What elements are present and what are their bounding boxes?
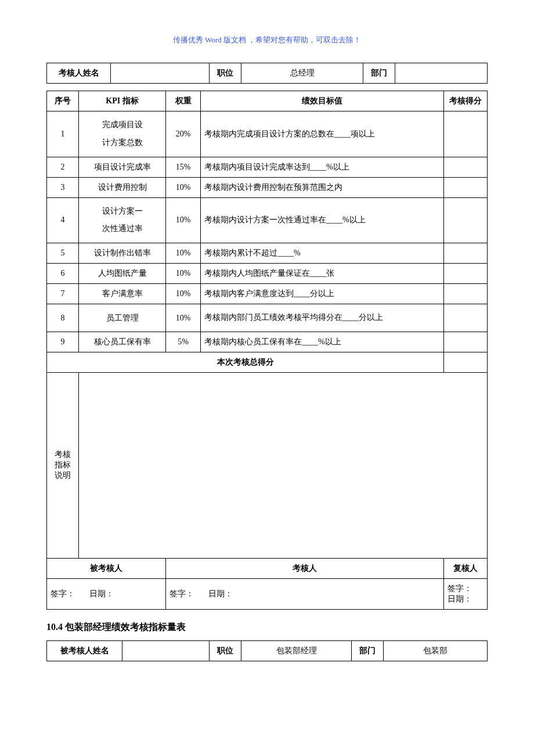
sig-cell-1: 签字： 日期：	[47, 578, 166, 609]
kpi-name: 员工管理	[79, 304, 166, 332]
info2-name-value	[122, 640, 210, 661]
kpi-score	[444, 197, 488, 243]
kpi-row: 2 项目设计完成率 15% 考核期内项目设计完成率达到____%以上	[47, 157, 488, 177]
kpi-name: 设计费用控制	[79, 177, 166, 197]
kpi-seq: 2	[47, 157, 79, 177]
info1-name-value	[111, 63, 210, 84]
kpi-seq: 4	[47, 197, 79, 243]
info2-pos-label: 职位	[210, 640, 241, 661]
kpi-name: 项目设计完成率	[79, 157, 166, 177]
info1-pos-value: 总经理	[241, 63, 363, 84]
kpi-row: 1 完成项目设计方案总数 20% 考核期内完成项目设计方案的总数在____项以上	[47, 111, 488, 157]
kpi-weight: 10%	[166, 177, 201, 197]
kpi-row: 6 人均图纸产量 10% 考核期内人均图纸产量保证在____张	[47, 264, 488, 284]
info2-dept-label: 部门	[352, 640, 384, 661]
kpi-name: 设计制作出错率	[79, 243, 166, 264]
kpi-score	[444, 264, 488, 284]
kpi-target: 考核期内设计方案一次性通过率在____%以上	[201, 197, 444, 243]
header-note: 传播优秀 Word 版文档 ，希望对您有帮助，可双击去除！	[46, 35, 488, 45]
kpi-name: 核心员工保有率	[79, 332, 166, 352]
kpi-target: 考核期内人均图纸产量保证在____张	[201, 264, 444, 284]
h-weight: 权重	[166, 91, 201, 111]
kpi-score	[444, 111, 488, 157]
role-assessor: 考核人	[166, 558, 444, 578]
kpi-score	[444, 177, 488, 197]
sig-cell-3: 签字： 日期：	[444, 578, 488, 609]
kpi-target: 考核期内客户满意度达到____分以上	[201, 284, 444, 304]
kpi-target: 考核期内部门员工绩效考核平均得分在____分以上	[201, 304, 444, 332]
info1-pos-label: 职位	[210, 63, 241, 84]
kpi-row: 5 设计制作出错率 10% 考核期内累计不超过____%	[47, 243, 488, 264]
kpi-seq: 5	[47, 243, 79, 264]
h-target: 绩效目标值	[201, 91, 444, 111]
kpi-weight: 10%	[166, 197, 201, 243]
kpi-name: 人均图纸产量	[79, 264, 166, 284]
total-row: 本次考核总得分	[47, 352, 488, 372]
info2-name-label: 被考核人姓名	[47, 640, 122, 661]
kpi-seq: 7	[47, 284, 79, 304]
kpi-score	[444, 304, 488, 332]
kpi-name: 客户满意率	[79, 284, 166, 304]
notes-row: 考核 指标 说明	[47, 372, 488, 558]
sig-cell-2: 签字： 日期：	[166, 578, 444, 609]
total-label: 本次考核总得分	[47, 352, 444, 372]
kpi-weight: 15%	[166, 157, 201, 177]
section-title: 10.4 包装部经理绩效考核指标量表	[46, 621, 488, 633]
kpi-target: 考核期内项目设计完成率达到____%以上	[201, 157, 444, 177]
kpi-weight: 20%	[166, 111, 201, 157]
sig-label: 签字：	[169, 589, 194, 598]
kpi-target: 考核期内累计不超过____%	[201, 243, 444, 264]
role-reviewer: 复核人	[444, 558, 488, 578]
kpi-target: 考核期内设计费用控制在预算范围之内	[201, 177, 444, 197]
kpi-row: 7 客户满意率 10% 考核期内客户满意度达到____分以上	[47, 284, 488, 304]
info2-pos-value: 包装部经理	[241, 640, 352, 661]
kpi-target: 考核期内完成项目设计方案的总数在____项以上	[201, 111, 444, 157]
kpi-header-row: 序号 KPI 指标 权重 绩效目标值 考核得分	[47, 91, 488, 111]
date-label: 日期：	[448, 595, 472, 603]
kpi-target: 考核期内核心员工保有率在____%以上	[201, 332, 444, 352]
h-score: 考核得分	[444, 91, 488, 111]
kpi-weight: 5%	[166, 332, 201, 352]
assessee-info-table: 被考核人姓名 职位 包装部经理 部门 包装部	[46, 640, 488, 661]
kpi-table: 序号 KPI 指标 权重 绩效目标值 考核得分 1 完成项目设计方案总数 20%…	[46, 91, 488, 610]
total-value	[444, 352, 488, 372]
kpi-score	[444, 284, 488, 304]
kpi-weight: 10%	[166, 284, 201, 304]
h-kpi: KPI 指标	[79, 91, 166, 111]
kpi-score	[444, 157, 488, 177]
info1-dept-value	[395, 63, 488, 84]
kpi-weight: 10%	[166, 243, 201, 264]
kpi-seq: 6	[47, 264, 79, 284]
assessor-info-table: 考核人姓名 职位 总经理 部门	[46, 63, 488, 84]
info2-dept-value: 包装部	[384, 640, 488, 661]
date-label: 日期：	[89, 589, 114, 598]
kpi-seq: 9	[47, 332, 79, 352]
signature-row: 签字： 日期： 签字： 日期： 签字： 日期：	[47, 578, 488, 609]
kpi-score	[444, 332, 488, 352]
kpi-weight: 10%	[166, 304, 201, 332]
kpi-seq: 1	[47, 111, 79, 157]
kpi-seq: 8	[47, 304, 79, 332]
info1-dept-label: 部门	[363, 63, 395, 84]
role-row: 被考核人 考核人 复核人	[47, 558, 488, 578]
kpi-row: 3 设计费用控制 10% 考核期内设计费用控制在预算范围之内	[47, 177, 488, 197]
date-label: 日期：	[208, 589, 233, 598]
kpi-weight: 10%	[166, 264, 201, 284]
kpi-row: 8 员工管理 10% 考核期内部门员工绩效考核平均得分在____分以上	[47, 304, 488, 332]
kpi-name: 完成项目设计方案总数	[79, 111, 166, 157]
sig-label: 签字：	[50, 589, 75, 598]
kpi-name: 设计方案一次性通过率	[79, 197, 166, 243]
sig-label: 签字：	[448, 584, 472, 593]
kpi-row: 9 核心员工保有率 5% 考核期内核心员工保有率在____%以上	[47, 332, 488, 352]
notes-label: 考核 指标 说明	[47, 372, 79, 558]
kpi-row: 4 设计方案一次性通过率 10% 考核期内设计方案一次性通过率在____%以上	[47, 197, 488, 243]
notes-content	[79, 372, 488, 558]
role-assessed: 被考核人	[47, 558, 166, 578]
kpi-seq: 3	[47, 177, 79, 197]
h-seq: 序号	[47, 91, 79, 111]
kpi-score	[444, 243, 488, 264]
info1-name-label: 考核人姓名	[47, 63, 111, 84]
